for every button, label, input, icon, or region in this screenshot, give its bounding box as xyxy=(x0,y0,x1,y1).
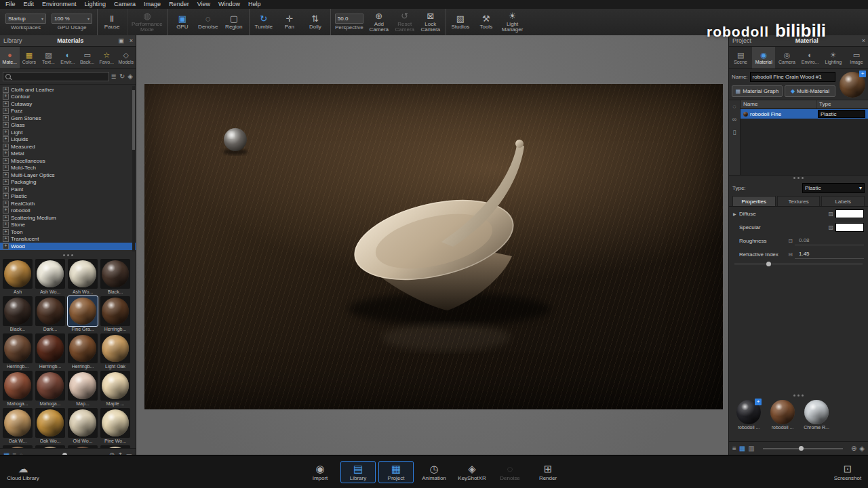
search-materials-icon[interactable]: ◌ xyxy=(732,103,736,110)
tree-item[interactable]: + Cutaway xyxy=(0,100,136,108)
panel-tab[interactable]: ☀ Lighting xyxy=(822,47,845,68)
cloud-library-button[interactable]: ☁ Cloud Library xyxy=(5,461,41,483)
expander-icon[interactable]: + xyxy=(3,144,9,150)
panel-tab[interactable]: ● Mate... xyxy=(0,47,20,68)
toolbar-button[interactable]: ▣ GPU xyxy=(167,9,195,35)
expander-icon[interactable]: + xyxy=(3,165,9,171)
perspective-field[interactable]: 50.0 Perspective xyxy=(330,9,366,35)
material-type-dropdown[interactable]: Plastic ▾ xyxy=(802,183,865,193)
panel-tab[interactable]: ◉ Material xyxy=(752,47,775,68)
panel-tab[interactable]: ▦ Colors xyxy=(20,47,39,68)
menu-item[interactable]: File xyxy=(1,0,20,9)
options-icon[interactable]: ◈ xyxy=(127,73,133,80)
menu-item[interactable]: View xyxy=(193,0,214,9)
menu-item[interactable]: Help xyxy=(244,0,265,9)
tree-item[interactable]: + Plastic xyxy=(0,193,136,201)
toolbar-button[interactable]: ↻ Tumble xyxy=(249,9,277,35)
map-toggle-icon[interactable]: ⊟ xyxy=(788,238,793,244)
undock-icon[interactable]: ▣ xyxy=(115,37,127,44)
tree-item[interactable]: + Translucent xyxy=(0,236,136,243)
ribbon-item[interactable]: ◷ Animation xyxy=(416,461,452,483)
multi-material-button[interactable]: ◆ Multi-Material xyxy=(785,85,835,97)
link-material-icon[interactable]: ∞ xyxy=(732,116,736,123)
tree-item[interactable]: + Liquids xyxy=(0,136,136,144)
expander-icon[interactable]: + xyxy=(3,215,9,221)
scene-material-thumbnail[interactable]: Chrome R... xyxy=(802,400,831,439)
tree-item[interactable]: + Measured xyxy=(0,143,136,150)
panel-tab[interactable]: ☆ Favo... xyxy=(97,47,117,68)
expander-icon[interactable]: + xyxy=(3,179,9,185)
material-thumbnail[interactable]: Black... xyxy=(100,259,131,296)
menu-item[interactable]: Window xyxy=(214,0,244,9)
expander-icon[interactable]: + xyxy=(3,150,9,157)
expand-arrow-icon[interactable]: ▶ xyxy=(733,211,739,216)
material-thumbnail[interactable]: Pine Wo... xyxy=(100,408,131,445)
toolbar-button[interactable]: ▧ Studios xyxy=(446,9,473,35)
screenshot-button[interactable]: ⊡ Screenshot xyxy=(830,461,865,483)
material-thumbnail[interactable]: Ash xyxy=(2,259,33,296)
panel-tab[interactable]: ▭ Back... xyxy=(77,47,97,68)
tree-item[interactable]: + Wood xyxy=(0,243,136,250)
options-icon[interactable]: ◈ xyxy=(859,445,865,452)
focal-length-input[interactable]: 50.0 xyxy=(335,14,363,24)
material-thumbnail[interactable]: Dark... xyxy=(35,296,66,333)
menu-item[interactable]: Camera xyxy=(110,0,140,9)
thumbnail-size-slider[interactable] xyxy=(763,448,843,449)
tree-item[interactable]: + RealCloth xyxy=(0,200,136,207)
property-tab[interactable]: Labels xyxy=(821,196,865,206)
material-thumbnail[interactable]: Maple ... xyxy=(100,371,131,408)
library-search-input[interactable] xyxy=(3,72,109,81)
tree-item[interactable]: + Mold-Tech xyxy=(0,165,136,172)
expander-icon[interactable]: + xyxy=(3,94,9,100)
refractive-index-slider[interactable] xyxy=(734,264,863,264)
expander-icon[interactable]: + xyxy=(3,122,9,128)
expander-icon[interactable]: + xyxy=(3,158,9,164)
panel-tab[interactable]: ◐ Enviro... xyxy=(799,47,822,68)
toolbar-button[interactable]: ⚒ Tools xyxy=(473,9,499,35)
refractive-index-value-field[interactable]: 1.45 xyxy=(795,250,864,259)
specular-color-swatch[interactable] xyxy=(835,223,864,232)
workspace-dropdown[interactable]: Startup ▾ xyxy=(5,14,46,24)
scene-material-thumbnail[interactable]: robodoll ... xyxy=(768,400,797,439)
list-view-icon[interactable]: ≡ xyxy=(732,445,736,452)
expander-icon[interactable]: + xyxy=(3,201,9,207)
toolbar-button[interactable]: ✛ Pan xyxy=(277,9,302,35)
panel-tab[interactable]: ◐ Envir... xyxy=(58,47,78,68)
tree-item[interactable]: + robodoll xyxy=(0,207,136,215)
refresh-icon[interactable]: ↻ xyxy=(119,73,125,80)
tree-item[interactable]: + Contour xyxy=(0,94,136,101)
material-thumbnail[interactable]: Old Wo... xyxy=(67,408,98,445)
panel-tab[interactable]: ◎ Camera xyxy=(775,47,798,68)
toolbar-button[interactable]: Ⅱ Pause xyxy=(97,9,125,35)
ribbon-item[interactable]: ▦ Project xyxy=(378,461,414,483)
workspace-selector[interactable]: Startup ▾ Workspaces xyxy=(3,9,49,35)
ribbon-item[interactable]: ◈ KeyShotXR xyxy=(454,461,490,483)
detail-view-icon[interactable]: ▥ xyxy=(748,445,754,452)
material-thumbnail[interactable]: Herringb... xyxy=(2,333,33,371)
close-icon[interactable]: × xyxy=(127,37,136,44)
material-thumbnail[interactable]: Herringb... xyxy=(35,333,66,371)
toolbar-button[interactable]: ☀ Light Manager xyxy=(499,9,526,35)
material-thumbnail[interactable]: Herringb... xyxy=(67,333,98,371)
material-thumbnail[interactable]: Light Oak xyxy=(100,333,131,371)
material-graph-button[interactable]: ▦ Material Graph xyxy=(732,85,783,97)
tree-item[interactable]: + Glass xyxy=(0,122,136,129)
add-material-badge-icon[interactable]: + xyxy=(859,70,866,77)
tree-item[interactable]: + Fuzz xyxy=(0,108,136,115)
gpu-usage-selector[interactable]: 100 % ▾ GPU Usage xyxy=(49,9,95,35)
expander-icon[interactable]: + xyxy=(3,193,9,199)
expander-icon[interactable]: + xyxy=(3,115,9,121)
menu-item[interactable]: Edit xyxy=(20,0,39,9)
texture-map-icon[interactable]: ▨ xyxy=(828,211,833,217)
roughness-value-field[interactable]: 0.08 xyxy=(795,237,864,245)
expander-icon[interactable]: + xyxy=(3,186,9,192)
tree-item[interactable]: + Toon xyxy=(0,228,136,236)
tree-item[interactable]: + Light xyxy=(0,129,136,136)
gpu-usage-dropdown[interactable]: 100 % ▾ xyxy=(52,14,92,24)
material-thumbnail[interactable]: Map... xyxy=(67,371,98,408)
expander-icon[interactable]: + xyxy=(3,129,9,136)
expander-icon[interactable]: + xyxy=(3,87,9,93)
expander-icon[interactable]: + xyxy=(3,222,9,228)
material-thumbnail[interactable]: Oak Wo... xyxy=(35,408,66,445)
material-thumbnail[interactable]: Oak W... xyxy=(2,408,33,445)
